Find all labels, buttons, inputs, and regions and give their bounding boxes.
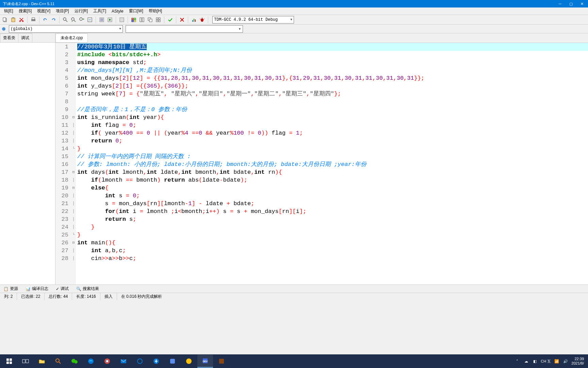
goto-icon[interactable] (86, 16, 94, 24)
ime-indicator[interactable]: CH 五 (541, 359, 551, 364)
close-button[interactable]: ✕ (578, 2, 585, 6)
scope-dropdown[interactable]: (globals)▼ (9, 25, 123, 33)
paste-icon[interactable] (10, 16, 17, 24)
svg-point-53 (137, 359, 142, 364)
wifi-icon[interactable]: 📶 (554, 358, 560, 364)
svg-line-45 (59, 362, 61, 364)
check-icon[interactable] (166, 16, 174, 24)
maximize-button[interactable]: ▢ (568, 2, 574, 6)
svg-point-37 (2, 27, 5, 31)
tray-cloud-icon[interactable]: ☁ (523, 358, 529, 364)
app-icon[interactable] (165, 355, 180, 368)
chrome-icon[interactable] (99, 355, 115, 368)
svg-rect-20 (132, 20, 133, 22)
svg-point-10 (71, 18, 74, 20)
svg-text:DEV: DEV (203, 360, 208, 363)
compile-run-icon[interactable] (118, 16, 126, 24)
svg-rect-30 (192, 20, 193, 22)
volume-icon[interactable]: 🔊 (562, 358, 569, 364)
menu-2[interactable]: 视图[V] (34, 7, 53, 15)
start-button[interactable] (1, 355, 17, 368)
svg-point-51 (106, 360, 108, 362)
edge-icon[interactable] (83, 355, 99, 368)
svg-rect-38 (6, 358, 9, 361)
menu-bar: 辑[E]搜索[S]视图[V]项目[P]运行[R]工具[T]AStyle窗口[W]… (0, 7, 588, 15)
svg-point-33 (201, 18, 203, 22)
code-editor[interactable]: 1234567891011121314151617181920212223242… (55, 43, 588, 285)
compile-icon[interactable] (98, 16, 105, 24)
mail-icon[interactable] (116, 355, 131, 368)
copy-icon[interactable] (1, 16, 9, 24)
tray-app-icon[interactable]: ◧ (532, 358, 538, 364)
find-icon[interactable] (62, 16, 69, 24)
file-tabs: 未命名2.cpp (55, 33, 588, 43)
search-icon[interactable] (50, 355, 66, 368)
groove-icon[interactable] (148, 355, 164, 368)
svg-rect-1 (3, 18, 6, 21)
menu-6[interactable]: AStyle (109, 8, 126, 14)
svg-rect-55 (170, 359, 175, 364)
bottom-tab-2[interactable]: ✓调试 (54, 285, 71, 292)
status-parse: 在 0.016 秒内完成解析 (117, 293, 588, 300)
cut-icon[interactable] (18, 16, 25, 24)
bottom-tab-0[interactable]: 📋资源 (1, 285, 20, 292)
explorer-icon[interactable] (34, 355, 50, 368)
task-view-icon[interactable] (18, 355, 33, 368)
svg-line-35 (200, 19, 201, 19)
svg-rect-39 (10, 358, 12, 361)
print-icon[interactable] (30, 16, 37, 24)
debug-icon[interactable] (198, 16, 206, 24)
replace-icon[interactable] (70, 16, 77, 24)
devcpp-icon[interactable]: DEV (197, 355, 213, 368)
title-bar: 下\未命名2.cpp - Dev-C++ 5.11 ─ ▢ ✕ (0, 0, 588, 7)
svg-rect-2 (12, 18, 15, 22)
bottom-tab-3[interactable]: 🔍搜索结果 (74, 285, 101, 292)
run-icon[interactable] (106, 16, 114, 24)
window-cascade-icon[interactable] (146, 16, 154, 24)
clock-date[interactable]: 2021/8/ (571, 361, 584, 366)
status-selected: 已选择: 22 (17, 293, 45, 300)
sidebar-tab-debug[interactable]: 调试 (18, 33, 32, 42)
status-lines: 总行数: 44 (45, 293, 72, 300)
menu-7[interactable]: 窗口[W] (126, 7, 146, 15)
menu-5[interactable]: 工具[T] (91, 7, 109, 15)
svg-rect-23 (142, 18, 144, 22)
app3-icon[interactable] (214, 355, 229, 368)
cortana-icon[interactable] (132, 355, 148, 368)
profile-icon[interactable] (190, 16, 198, 24)
menu-1[interactable]: 搜索[S] (16, 7, 35, 15)
redo-icon[interactable] (50, 16, 57, 24)
menu-4[interactable]: 运行[R] (72, 7, 91, 15)
toolbar: TDM-GCC 4.9.2 64-bit Debug▼ (0, 15, 588, 25)
tray-up-icon[interactable]: ˄ (514, 358, 520, 364)
bottom-tabs: 📋资源📊编译日志✓调试🔍搜索结果 (0, 285, 588, 293)
app2-icon[interactable] (181, 355, 197, 368)
menu-3[interactable]: 项目[P] (53, 7, 72, 15)
window-tile-icon[interactable] (138, 16, 146, 24)
file-tab[interactable]: 未命名2.cpp (55, 33, 88, 43)
svg-rect-7 (32, 18, 35, 19)
status-mode: 插入 (100, 293, 117, 300)
undo-icon[interactable] (42, 16, 49, 24)
svg-line-36 (203, 19, 205, 19)
bottom-tab-1[interactable]: 📊编译日志 (23, 285, 50, 292)
find-next-icon[interactable] (78, 16, 85, 24)
stop-icon[interactable] (178, 16, 186, 24)
sidebar-tab-class[interactable]: 查看类 (0, 33, 18, 42)
svg-line-11 (74, 20, 76, 22)
menu-0[interactable]: 辑[E] (1, 7, 16, 15)
member-dropdown[interactable]: ▼ (126, 25, 243, 33)
window-title: 下\未命名2.cpp - Dev-C++ 5.11 (3, 1, 54, 6)
scope-bar: (globals)▼ ▼ (0, 25, 588, 33)
wechat-icon[interactable] (67, 355, 82, 368)
window-grid-icon[interactable] (154, 16, 162, 24)
minimize-button[interactable]: ─ (557, 2, 564, 6)
svg-point-47 (74, 360, 78, 364)
svg-rect-15 (100, 18, 103, 21)
clock-time[interactable]: 22:39 (571, 357, 584, 361)
svg-rect-18 (132, 18, 133, 20)
menu-8[interactable]: 帮助[H] (146, 7, 165, 15)
svg-rect-17 (120, 18, 124, 22)
compiler-dropdown[interactable]: TDM-GCC 4.9.2 64-bit Debug▼ (212, 16, 294, 24)
rebuild-icon[interactable] (130, 16, 137, 24)
